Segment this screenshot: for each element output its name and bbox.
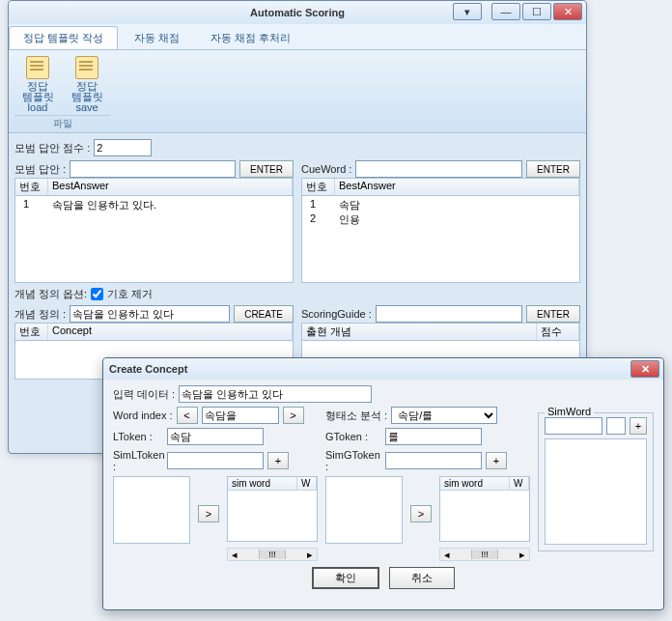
table-row[interactable]: 2 인용 xyxy=(302,212,579,227)
word-index-prev-button[interactable]: < xyxy=(177,407,198,424)
cue-th-answer: BestAnswer xyxy=(335,179,579,195)
close-button[interactable]: ✕ xyxy=(553,3,582,20)
simword-left-col-word: sim word xyxy=(228,477,297,490)
cell-text: 인용 xyxy=(335,212,364,227)
simword-left-col-w: W xyxy=(297,477,317,490)
concept-def-input[interactable] xyxy=(70,305,230,323)
cueword-enter-button[interactable]: ENTER xyxy=(526,160,580,178)
ribbon-load-label: 정답 템플릿 load xyxy=(16,81,59,113)
remove-symbol-checkbox[interactable] xyxy=(91,288,103,300)
best-th-answer: BestAnswer xyxy=(48,179,293,195)
simltoken-move-button[interactable]: > xyxy=(198,505,219,522)
word-index-next-button[interactable]: > xyxy=(283,407,304,424)
create-concept-dialog: Create Concept ✕ 입력 데이터 : Word index : <… xyxy=(102,357,664,610)
table-row[interactable]: 1 속담 xyxy=(302,198,579,212)
simgtoken-add-button[interactable]: + xyxy=(486,452,507,469)
simword-legend: SimWord xyxy=(545,406,594,417)
concept-th-no: 번호 xyxy=(15,324,48,340)
cue-table-header: 번호 BestAnswer xyxy=(301,178,580,196)
scoring-table-header: 출현 개념 점수 xyxy=(301,323,580,341)
concept-def-label: 개념 정의 : xyxy=(14,307,66,322)
concept-option-row: 개념 정의 옵션: 기호 제거 xyxy=(14,287,580,301)
cancel-button[interactable]: 취소 xyxy=(389,567,455,589)
simword-left-scrollbar[interactable]: ◂ !!! ▸ xyxy=(227,548,318,561)
score-row: 모범 답안 점수 : xyxy=(14,139,580,156)
ribbon-save-button[interactable]: 정답 템플릿 save xyxy=(64,54,110,115)
ok-button[interactable]: 확인 xyxy=(312,567,379,589)
best-th-no: 번호 xyxy=(15,179,48,195)
simword-mid-table[interactable]: sim word W xyxy=(439,476,530,542)
scoring-guide-enter-button[interactable]: ENTER xyxy=(526,305,580,323)
dialog-titlebar[interactable]: Create Concept ✕ xyxy=(103,358,663,380)
score-input[interactable] xyxy=(94,139,152,156)
scoring-guide-input[interactable] xyxy=(376,305,522,323)
scoring-th-concept: 출현 개념 xyxy=(302,324,537,340)
titlebar[interactable]: Automatic Scoring ▾ — ☐ ✕ xyxy=(9,1,586,24)
word-index-field[interactable] xyxy=(202,407,279,424)
scroll-thumb[interactable]: !!! xyxy=(471,550,498,559)
morph-label: 형태소 분석 : xyxy=(325,409,387,423)
ltoken-field[interactable] xyxy=(167,428,264,445)
ribbon-tabs: 정답 템플릿 작성 자동 채점 자동 채점 후처리 xyxy=(9,24,586,50)
window-controls: ▾ — ☐ ✕ xyxy=(453,3,582,20)
cell-no: 2 xyxy=(306,212,335,227)
simword-listbox[interactable] xyxy=(545,438,647,545)
concept-option-label: 개념 정의 옵션: xyxy=(14,287,87,301)
simgtoken-field[interactable] xyxy=(385,452,482,469)
concept-table-header: 번호 Concept xyxy=(14,323,294,341)
cue-table-body[interactable]: 1 속담 2 인용 xyxy=(301,196,580,283)
simword-mid-col-w: W xyxy=(510,477,529,490)
minimize-button[interactable]: — xyxy=(491,3,520,20)
cueword-label: CueWord : xyxy=(301,163,351,175)
dialog-close-button[interactable]: ✕ xyxy=(630,360,659,378)
maximize-button[interactable]: ☐ xyxy=(522,3,551,20)
simword-add-button[interactable]: + xyxy=(630,417,647,435)
scroll-right-icon[interactable]: ▸ xyxy=(303,549,317,561)
best-answer-input[interactable] xyxy=(70,160,236,178)
ribbon-group-label: 파일 xyxy=(14,115,110,130)
cell-text: 속담 xyxy=(335,198,364,212)
best-answer-enter-button[interactable]: ENTER xyxy=(239,160,294,178)
document-icon xyxy=(26,56,49,79)
input-data-label: 입력 데이터 : xyxy=(113,387,175,402)
scroll-right-icon[interactable]: ▸ xyxy=(516,549,529,561)
simltoken-field[interactable] xyxy=(167,452,264,469)
tab-postprocess[interactable]: 자동 채점 후처리 xyxy=(196,26,305,49)
scroll-thumb[interactable]: !!! xyxy=(259,550,286,559)
simltoken-listbox[interactable] xyxy=(113,476,190,544)
scroll-left-icon[interactable]: ◂ xyxy=(440,549,454,561)
scoring-guide-label: ScoringGuide : xyxy=(301,308,372,320)
simword-field2[interactable] xyxy=(606,417,626,435)
best-table-body[interactable]: 1 속담을 인용하고 있다. xyxy=(14,196,294,283)
simword-left-table[interactable]: sim word W xyxy=(227,476,318,542)
content-area: 모범 답안 점수 : 모범 답안 : ENTER 번호 BestAnswer 1… xyxy=(9,133,586,385)
scoring-th-score: 점수 xyxy=(537,324,579,340)
help-button[interactable]: ▾ xyxy=(453,3,482,20)
dialog-title-text: Create Concept xyxy=(109,363,187,375)
create-button[interactable]: CREATE xyxy=(234,305,294,323)
gtoken-field[interactable] xyxy=(385,428,482,445)
tab-template[interactable]: 정답 템플릿 작성 xyxy=(9,26,118,49)
simword-mid-scrollbar[interactable]: ◂ !!! ▸ xyxy=(439,548,530,561)
simgtoken-move-button[interactable]: > xyxy=(410,505,432,522)
concept-th-concept: Concept xyxy=(48,324,293,340)
best-answer-label: 모범 답안 : xyxy=(14,162,66,177)
table-row[interactable]: 1 속담을 인용하고 있다. xyxy=(15,198,293,212)
cueword-input[interactable] xyxy=(355,160,522,178)
ribbon-load-button[interactable]: 정답 템플릿 load xyxy=(14,54,61,115)
cell-text: 속담을 인용하고 있다. xyxy=(48,198,160,212)
simltoken-add-button[interactable]: + xyxy=(267,452,289,469)
tab-auto-score[interactable]: 자동 채점 xyxy=(120,26,194,49)
scroll-left-icon[interactable]: ◂ xyxy=(228,549,241,561)
ribbon-group-file: 정답 템플릿 load 정답 템플릿 save 파일 xyxy=(14,54,110,130)
cue-th-no: 번호 xyxy=(302,179,335,195)
input-data-field[interactable] xyxy=(179,385,372,403)
simword-field1[interactable] xyxy=(545,417,602,435)
simword-mid-col-word: sim word xyxy=(440,477,510,490)
ltoken-label: LToken : xyxy=(113,431,163,442)
simgtoken-listbox[interactable] xyxy=(325,476,403,544)
simword-fieldset: SimWord + xyxy=(538,412,654,551)
morph-select[interactable]: 속담/를 xyxy=(391,407,497,424)
ribbon: 정답 템플릿 load 정답 템플릿 save 파일 xyxy=(9,50,586,133)
score-label: 모범 답안 점수 : xyxy=(14,141,90,155)
